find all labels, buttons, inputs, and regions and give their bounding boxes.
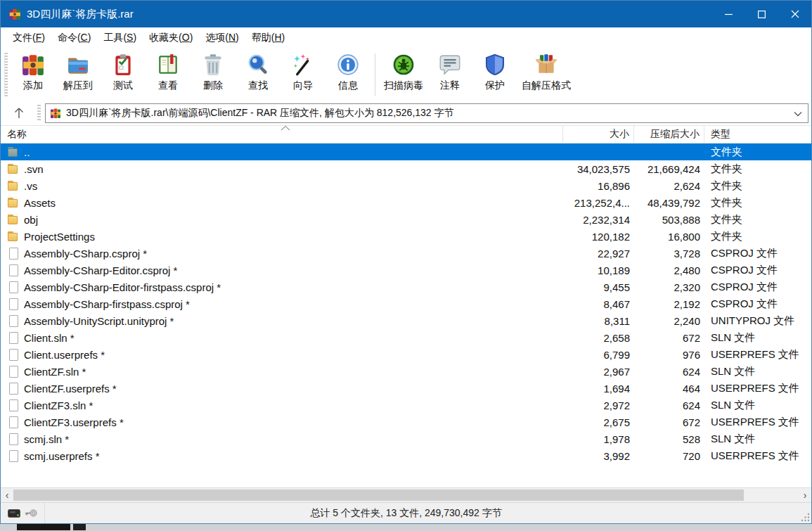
file-name: scmj.userprefs *: [24, 450, 100, 462]
file-packed: 2,480: [634, 262, 704, 279]
file-size: 213,252,4...: [563, 194, 634, 211]
file-name: .vs: [24, 180, 37, 192]
test-button[interactable]: 测试: [101, 51, 146, 92]
up-one-level-button[interactable]: [1, 103, 37, 123]
file-type: 文件夹: [704, 228, 811, 245]
table-row[interactable]: ProjectSettings 120,182 16,800 文件夹: [1, 228, 811, 245]
resize-grip[interactable]: [801, 513, 810, 522]
row-icon: [7, 332, 19, 343]
row-icon: [7, 315, 19, 326]
address-combobox[interactable]: 3D四川麻`将房卡版.rar\前端源码\ClientZF - RAR 压缩文件,…: [45, 103, 808, 123]
file-size: 9,455: [563, 279, 634, 295]
comment-bubble-icon: [437, 52, 463, 77]
virus-scan-icon: [391, 52, 416, 77]
magic-wand-icon: [290, 52, 316, 77]
menu-tools[interactable]: 工具(S): [97, 29, 143, 47]
table-row[interactable]: scmj.sln * 1,978 528 SLN 文件: [1, 430, 811, 447]
table-row[interactable]: Assembly-CSharp-firstpass.csproj * 8,467…: [1, 295, 811, 312]
column-header-packed[interactable]: 压缩后大小: [634, 126, 704, 143]
add-button[interactable]: 添加: [11, 51, 56, 92]
table-row[interactable]: .vs 16,896 2,624 文件夹: [1, 177, 811, 194]
horizontal-scrollbar[interactable]: ‹ ›: [1, 487, 811, 502]
minimize-button[interactable]: [712, 1, 745, 27]
scan-virus-button[interactable]: 扫描病毒: [380, 51, 427, 92]
file-name: ClientZF.sln *: [24, 366, 86, 378]
file-type: USERPREFS 文件: [704, 447, 811, 464]
file-name: obj: [24, 214, 38, 226]
table-row[interactable]: Client.userprefs * 6,799 976 USERPREFS 文…: [1, 346, 811, 363]
scroll-right-icon[interactable]: ›: [799, 489, 811, 502]
file-name: Client.userprefs *: [24, 349, 105, 361]
file-packed: 2,624: [634, 177, 704, 194]
table-row[interactable]: ClientZF.sln * 2,967 624 SLN 文件: [1, 363, 811, 380]
view-button[interactable]: 查看: [146, 51, 191, 92]
row-icon: [7, 264, 19, 276]
scrollbar-thumb[interactable]: [13, 490, 744, 501]
find-button[interactable]: 查找: [236, 51, 281, 92]
protect-button[interactable]: 保护: [472, 51, 517, 92]
file-name: Client.sln *: [24, 332, 75, 344]
menu-options[interactable]: 选项(N): [199, 29, 245, 47]
row-icon: [7, 231, 19, 242]
file-type: USERPREFS 文件: [704, 346, 811, 363]
row-icon: [7, 197, 19, 208]
table-row[interactable]: .. 文件夹: [1, 143, 811, 160]
sfx-button[interactable]: 自解压格式: [517, 51, 575, 92]
table-row[interactable]: .svn 34,023,575 21,669,424 文件夹: [1, 160, 811, 177]
menu-favorites[interactable]: 收藏夹(O): [143, 29, 199, 47]
column-header-size[interactable]: 大小: [563, 126, 634, 143]
file-size: 8,467: [563, 295, 634, 312]
chevron-down-icon[interactable]: [792, 107, 804, 120]
menu-help[interactable]: 帮助(H): [245, 29, 291, 47]
file-packed: 976: [634, 346, 704, 363]
toolbar-gripper[interactable]: [4, 53, 8, 96]
table-row[interactable]: ClientZF3.sln * 2,972 624 SLN 文件: [1, 397, 811, 414]
table-row[interactable]: ClientZF3.userprefs * 2,675 672 USERPREF…: [1, 414, 811, 430]
close-button[interactable]: [778, 1, 811, 27]
file-packed: 16,800: [634, 228, 704, 245]
table-row[interactable]: Assets 213,252,4... 48,439,792 文件夹: [1, 194, 811, 211]
file-name: Assets: [24, 197, 56, 209]
info-button[interactable]: 信息: [326, 51, 370, 92]
title-bar: 3D四川麻`将房卡版.rar: [1, 1, 811, 27]
row-icon: [7, 163, 19, 174]
file-type: 文件夹: [704, 211, 811, 228]
row-icon: [7, 298, 19, 309]
scrollbar-track[interactable]: [13, 488, 799, 502]
file-size: [563, 143, 634, 160]
table-row[interactable]: scmj.userprefs * 3,992 720 USERPREFS 文件: [1, 447, 811, 464]
table-row[interactable]: Assembly-CSharp.csproj * 22,927 3,728 CS…: [1, 245, 811, 262]
scroll-left-icon[interactable]: ‹: [1, 489, 13, 502]
file-type: 文件夹: [704, 177, 811, 194]
file-name: ClientZF3.sln *: [24, 399, 93, 411]
table-row[interactable]: Client.sln * 2,658 672 SLN 文件: [1, 329, 811, 346]
row-icon: [7, 180, 19, 191]
delete-button[interactable]: 删除: [191, 51, 236, 92]
file-size: 3,992: [563, 447, 634, 464]
table-row[interactable]: Assembly-CSharp-Editor.csproj * 10,189 2…: [1, 262, 811, 279]
file-size: 8,311: [563, 312, 634, 329]
file-size: 10,189: [563, 262, 634, 279]
toolbar: 添加 解压到 测试 查看 删除: [1, 48, 811, 101]
file-type: UNITYPROJ 文件: [704, 312, 811, 329]
table-row[interactable]: Assembly-UnityScript.unityproj * 8,311 2…: [1, 312, 811, 329]
comment-button[interactable]: 注释: [427, 51, 472, 92]
menu-commands[interactable]: 命令(C): [51, 29, 97, 47]
file-type: CSPROJ 文件: [704, 245, 811, 262]
table-row[interactable]: Assembly-CSharp-Editor-firstpass.csproj …: [1, 279, 811, 295]
row-icon: [7, 366, 19, 377]
file-name: Assembly-CSharp-firstpass.csproj *: [24, 298, 190, 310]
menu-file[interactable]: 文件(F): [6, 29, 51, 47]
desktop-strip: [0, 524, 812, 530]
drive-icon[interactable]: [8, 509, 20, 518]
file-packed: 2,320: [634, 279, 704, 295]
table-row[interactable]: obj 2,232,314 503,888 文件夹: [1, 211, 811, 228]
extract-to-button[interactable]: 解压到: [56, 51, 101, 92]
maximize-button[interactable]: [745, 1, 778, 27]
key-icon[interactable]: [25, 508, 37, 518]
trash-icon: [200, 52, 226, 77]
column-header-type[interactable]: 类型: [704, 126, 811, 143]
file-size: 1,978: [563, 430, 634, 447]
table-row[interactable]: ClientZF.userprefs * 1,694 464 USERPREFS…: [1, 380, 811, 397]
wizard-button[interactable]: 向导: [281, 51, 326, 92]
